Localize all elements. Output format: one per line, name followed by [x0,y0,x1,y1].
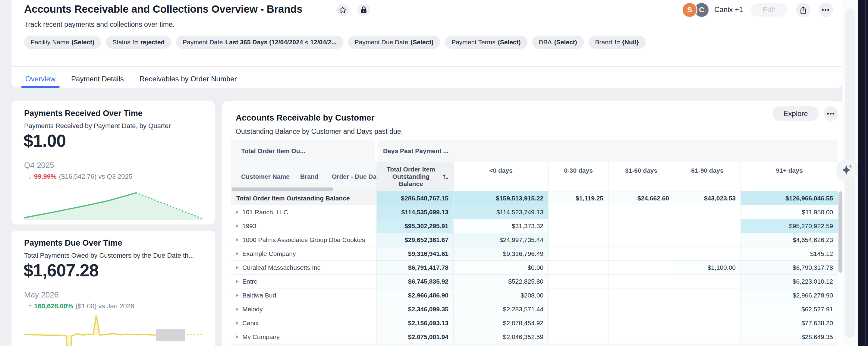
tab-payment-details[interactable]: Payment Details [70,70,125,88]
filter-chip[interactable]: DBA(Select) [532,36,584,49]
col-61-90-days[interactable]: 61-90 days [674,162,741,191]
expand-icon[interactable] [236,336,239,339]
table-row[interactable]: 101 Ranch, LLC$114,535,699.13$114,523,74… [231,205,838,219]
col-order-due-date[interactable]: Order - Due Date [329,173,376,180]
table-row[interactable]: Canix$2,156,093.13$2,078,454.92$77,638.2… [231,316,838,330]
explore-button[interactable]: Explore [772,106,819,121]
row-label: 101 Ranch, LLC [231,205,376,219]
col-0-30-days[interactable]: 0-30 days [548,162,608,191]
filter-chip[interactable]: Facility Name(Select) [24,36,101,49]
edit-button[interactable]: Edit [750,3,787,17]
edge-divider [865,0,866,346]
favorite-button[interactable] [336,4,349,16]
col-31-60-days[interactable]: 31-60 days [608,162,674,191]
expand-icon[interactable] [236,224,239,227]
collaborators-label: Canix +1 [714,5,743,14]
visibility-lock-button[interactable] [358,4,370,16]
col-customer-name[interactable]: Customer Name [231,173,297,180]
delta-percent: 99.99% [34,173,57,181]
table-row[interactable]: 1993$95,302,295.91$31,373.32$95,270,922.… [231,219,838,233]
table-row[interactable]: Example Company$9,316,941.61$9,316,796.4… [231,247,838,261]
row-label: My Company [231,330,376,344]
cell-value: $6,223,010.12 [741,275,838,288]
cell-value [548,205,608,219]
ai-assistant-button[interactable] [836,159,859,182]
cell-value: $2,966,486.90 [376,288,453,302]
table-row[interactable]: Melody$2,346,099.35$2,283,571.44$62,527.… [231,302,838,316]
delta-percent: 160,628.00% [34,302,73,310]
tab-receivables-by-order-number[interactable]: Receivables by Order Number [138,70,238,88]
cell-value [674,219,741,233]
expand-icon[interactable] [236,252,239,255]
row-label: 1993 [231,219,376,233]
table-card-title: Accounts Receivable by Customer [236,113,375,123]
header-panel: Accounts Receivable and Collections Over… [11,0,842,88]
kpi-value: $1.00 [24,130,66,151]
expand-icon[interactable] [236,294,239,297]
cell-value [548,316,608,330]
cell-value [548,330,608,344]
delta-detail: ($1.00) vs Jan 2026 [76,302,134,310]
cell-value: $29,652,361.67 [376,233,453,247]
row-label: Canix [231,316,376,330]
col-outstanding-balance[interactable]: Total Order Item Outstanding Balance [376,162,453,191]
cell-value [608,275,674,288]
col-brand[interactable]: Brand [297,173,329,180]
filter-chip[interactable]: Status!= rejected [106,36,171,49]
sort-icon[interactable] [442,172,449,181]
kpi-period: May 2026 [24,290,59,300]
table-row[interactable]: My Company$2,075,001.94$2,046,352.59$28,… [231,330,838,344]
tab-overview[interactable]: Overview [24,70,57,88]
cell-value: $286,548,767.15 [376,191,453,205]
filter-bar: Facility Name(Select)Status!= rejectedPa… [24,36,646,49]
cell-value [674,302,741,316]
table-row[interactable]: Curaleaf Massachusetts Inc$6,791,417.78$… [231,261,838,275]
col-91-days[interactable]: 91+ days [741,162,838,191]
cell-value [608,233,674,247]
expand-icon[interactable] [236,322,239,324]
row-label: Curaleaf Massachusetts Inc [231,261,376,274]
cell-value: $6,745,835.92 [376,275,453,288]
filter-chip[interactable]: Payment DateLast 365 Days (12/04/2024 < … [176,36,343,49]
kpi-delta: ↓ 99.99% ($16,542.76) vs Q3 2025 [28,173,132,181]
cell-value: $2,966,278.90 [741,288,838,302]
cell-value [548,247,608,260]
expand-icon[interactable] [236,211,239,214]
cell-value [608,316,674,330]
table-row[interactable]: Entrc$6,745,835.92$522,825.80$6,223,010.… [231,275,838,288]
cell-value: $114,535,699.13 [376,205,453,219]
table-row[interactable]: 1000 Palms Associates Group Dba Cookies$… [231,233,838,247]
cell-value [548,302,608,316]
expand-icon[interactable] [236,239,239,242]
table-row[interactable]: Baldwa Bud$2,966,486.90$208.00$2,966,278… [231,288,838,302]
vertical-scrollbar[interactable] [838,191,842,273]
cell-value [674,233,741,247]
filter-chip[interactable]: Payment Terms(Select) [445,36,527,49]
table-card-subtitle: Outstanding Balance by Customer and Days… [236,127,403,136]
window-edge-strip [858,0,868,346]
avatar-s[interactable]: S [682,2,698,18]
share-button[interactable] [796,3,810,17]
cell-value: $2,156,093.13 [376,316,453,330]
cell-value [608,330,674,344]
filter-chip[interactable]: Brand!= {Null} [589,36,646,49]
group-header-left: Total Order Item Ou... [231,139,375,162]
cell-value: $208.00 [453,288,548,302]
cell-value: $6,791,417.78 [376,261,453,274]
filter-chip[interactable]: Payment Due Date(Select) [348,36,440,49]
expand-icon[interactable] [236,308,239,311]
table-row[interactable]: Total Order Item Outstanding Balance$286… [231,191,838,205]
expand-icon[interactable] [236,280,239,283]
cell-value: $1,119.25 [548,191,608,205]
expand-icon[interactable] [236,266,239,269]
col--0-days[interactable]: <0 days [453,162,548,191]
kpi-card-payments-due: Payments Due Over Time Total Payments Ow… [11,230,215,346]
header-more-button[interactable]: ••• [818,3,833,17]
kpi-period: Q4 2025 [24,161,54,170]
frozen-headers: Customer Name Brand Order - Due Date [231,162,376,191]
cell-value [674,205,741,219]
cell-value: $4,654,626.23 [741,233,838,247]
horizontal-scrollbar[interactable] [231,187,333,191]
sparkline-payments-due [24,316,202,346]
card-more-button[interactable]: ••• [824,106,838,121]
